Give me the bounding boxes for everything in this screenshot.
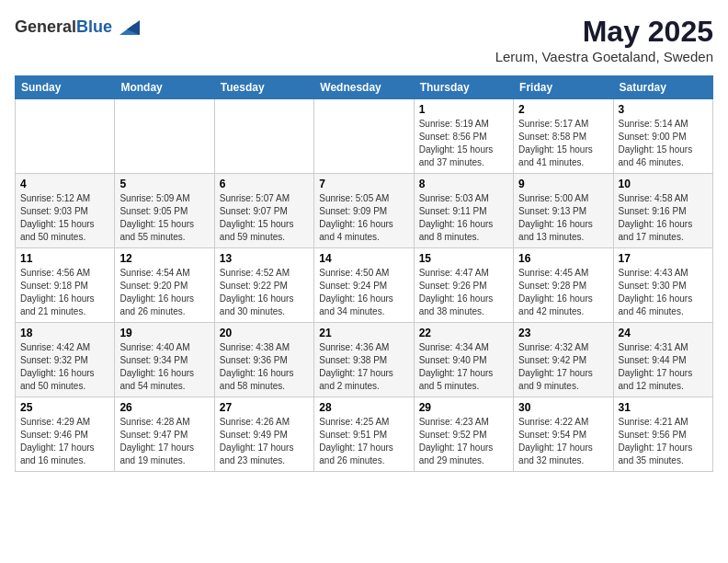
day-info: Sunrise: 4:22 AM Sunset: 9:54 PM Dayligh… <box>518 416 608 467</box>
calendar-day-3: 3Sunrise: 5:14 AM Sunset: 9:00 PM Daylig… <box>613 99 712 174</box>
day-number: 10 <box>619 178 708 190</box>
calendar-empty-cell <box>115 99 214 174</box>
day-number: 9 <box>518 178 608 190</box>
calendar-day-12: 12Sunrise: 4:54 AM Sunset: 9:20 PM Dayli… <box>115 248 214 323</box>
day-info: Sunrise: 4:40 AM Sunset: 9:34 PM Dayligh… <box>119 341 209 393</box>
calendar-day-6: 6Sunrise: 5:07 AM Sunset: 9:07 PM Daylig… <box>214 174 313 248</box>
calendar-empty-cell <box>314 99 414 174</box>
day-number: 1 <box>419 103 508 116</box>
calendar-day-9: 9Sunrise: 5:00 AM Sunset: 9:13 PM Daylig… <box>514 174 613 248</box>
day-info: Sunrise: 4:23 AM Sunset: 9:52 PM Dayligh… <box>419 416 508 467</box>
day-number: 14 <box>319 252 408 265</box>
calendar-day-31: 31Sunrise: 4:21 AM Sunset: 9:56 PM Dayli… <box>613 397 712 472</box>
day-number: 22 <box>419 327 508 339</box>
logo: GeneralBlue <box>15 15 140 40</box>
calendar-day-24: 24Sunrise: 4:31 AM Sunset: 9:44 PM Dayli… <box>613 323 712 397</box>
day-info: Sunrise: 4:31 AM Sunset: 9:44 PM Dayligh… <box>619 341 708 393</box>
weekday-header-thursday: Thursday <box>414 76 513 99</box>
day-number: 12 <box>119 252 209 265</box>
day-info: Sunrise: 4:52 AM Sunset: 9:22 PM Dayligh… <box>220 267 309 318</box>
day-number: 6 <box>220 178 309 190</box>
calendar-day-13: 13Sunrise: 4:52 AM Sunset: 9:22 PM Dayli… <box>214 248 313 323</box>
day-info: Sunrise: 5:14 AM Sunset: 9:00 PM Dayligh… <box>619 118 708 169</box>
logo-general: General <box>15 17 76 36</box>
day-info: Sunrise: 4:50 AM Sunset: 9:24 PM Dayligh… <box>319 267 408 318</box>
day-number: 4 <box>20 178 109 190</box>
weekday-header-sunday: Sunday <box>16 76 115 99</box>
calendar-day-14: 14Sunrise: 4:50 AM Sunset: 9:24 PM Dayli… <box>314 248 414 323</box>
day-info: Sunrise: 5:03 AM Sunset: 9:11 PM Dayligh… <box>419 192 508 244</box>
day-info: Sunrise: 4:54 AM Sunset: 9:20 PM Dayligh… <box>119 267 209 318</box>
logo-blue: Blue <box>76 17 112 36</box>
day-number: 27 <box>220 401 309 414</box>
weekday-header-friday: Friday <box>514 76 613 99</box>
day-info: Sunrise: 5:05 AM Sunset: 9:09 PM Dayligh… <box>319 192 408 244</box>
page-header: GeneralBlue May 2025 Lerum, Vaestra Goet… <box>15 15 713 64</box>
day-number: 3 <box>619 103 708 116</box>
day-number: 28 <box>319 401 408 414</box>
calendar-day-16: 16Sunrise: 4:45 AM Sunset: 9:28 PM Dayli… <box>514 248 613 323</box>
calendar-day-22: 22Sunrise: 4:34 AM Sunset: 9:40 PM Dayli… <box>414 323 513 397</box>
day-info: Sunrise: 4:36 AM Sunset: 9:38 PM Dayligh… <box>319 341 408 393</box>
calendar-day-30: 30Sunrise: 4:22 AM Sunset: 9:54 PM Dayli… <box>514 397 613 472</box>
day-number: 5 <box>119 178 209 190</box>
day-number: 8 <box>419 178 508 190</box>
calendar-day-2: 2Sunrise: 5:17 AM Sunset: 8:58 PM Daylig… <box>514 99 613 174</box>
calendar-week-row: 4Sunrise: 5:12 AM Sunset: 9:03 PM Daylig… <box>16 174 713 248</box>
day-number: 26 <box>119 401 209 414</box>
day-number: 20 <box>220 327 309 339</box>
calendar-day-5: 5Sunrise: 5:09 AM Sunset: 9:05 PM Daylig… <box>115 174 214 248</box>
day-info: Sunrise: 4:42 AM Sunset: 9:32 PM Dayligh… <box>20 341 109 393</box>
day-number: 19 <box>119 327 209 339</box>
day-number: 21 <box>319 327 408 339</box>
day-info: Sunrise: 4:58 AM Sunset: 9:16 PM Dayligh… <box>619 192 708 244</box>
calendar-day-27: 27Sunrise: 4:26 AM Sunset: 9:49 PM Dayli… <box>214 397 313 472</box>
day-number: 25 <box>20 401 109 414</box>
day-info: Sunrise: 4:45 AM Sunset: 9:28 PM Dayligh… <box>518 267 608 318</box>
weekday-header-row: SundayMondayTuesdayWednesdayThursdayFrid… <box>16 76 713 99</box>
weekday-header-tuesday: Tuesday <box>214 76 313 99</box>
calendar-day-28: 28Sunrise: 4:25 AM Sunset: 9:51 PM Dayli… <box>314 397 414 472</box>
day-number: 17 <box>619 252 708 265</box>
calendar-day-25: 25Sunrise: 4:29 AM Sunset: 9:46 PM Dayli… <box>16 397 115 472</box>
title-area: May 2025 Lerum, Vaestra Goetaland, Swede… <box>495 15 713 64</box>
day-info: Sunrise: 5:19 AM Sunset: 8:56 PM Dayligh… <box>419 118 508 169</box>
day-info: Sunrise: 5:12 AM Sunset: 9:03 PM Dayligh… <box>20 192 109 244</box>
calendar-week-row: 11Sunrise: 4:56 AM Sunset: 9:18 PM Dayli… <box>16 248 713 323</box>
calendar-empty-cell <box>16 99 115 174</box>
day-info: Sunrise: 4:56 AM Sunset: 9:18 PM Dayligh… <box>20 267 109 318</box>
day-info: Sunrise: 4:21 AM Sunset: 9:56 PM Dayligh… <box>619 416 708 467</box>
calendar-day-23: 23Sunrise: 4:32 AM Sunset: 9:42 PM Dayli… <box>514 323 613 397</box>
day-number: 13 <box>220 252 309 265</box>
day-info: Sunrise: 4:43 AM Sunset: 9:30 PM Dayligh… <box>619 267 708 318</box>
calendar-day-8: 8Sunrise: 5:03 AM Sunset: 9:11 PM Daylig… <box>414 174 513 248</box>
calendar-table: SundayMondayTuesdayWednesdayThursdayFrid… <box>15 75 713 472</box>
calendar-day-26: 26Sunrise: 4:28 AM Sunset: 9:47 PM Dayli… <box>115 397 214 472</box>
day-number: 23 <box>518 327 608 339</box>
day-info: Sunrise: 5:07 AM Sunset: 9:07 PM Dayligh… <box>220 192 309 244</box>
day-info: Sunrise: 4:47 AM Sunset: 9:26 PM Dayligh… <box>419 267 508 318</box>
day-number: 18 <box>20 327 109 339</box>
day-info: Sunrise: 4:38 AM Sunset: 9:36 PM Dayligh… <box>220 341 309 393</box>
day-number: 30 <box>518 401 608 414</box>
calendar-week-row: 18Sunrise: 4:42 AM Sunset: 9:32 PM Dayli… <box>16 323 713 397</box>
calendar-day-19: 19Sunrise: 4:40 AM Sunset: 9:34 PM Dayli… <box>115 323 214 397</box>
day-info: Sunrise: 4:32 AM Sunset: 9:42 PM Dayligh… <box>518 341 608 393</box>
calendar-day-18: 18Sunrise: 4:42 AM Sunset: 9:32 PM Dayli… <box>16 323 115 397</box>
day-number: 11 <box>20 252 109 265</box>
day-info: Sunrise: 5:17 AM Sunset: 8:58 PM Dayligh… <box>518 118 608 169</box>
calendar-day-29: 29Sunrise: 4:23 AM Sunset: 9:52 PM Dayli… <box>414 397 513 472</box>
calendar-day-17: 17Sunrise: 4:43 AM Sunset: 9:30 PM Dayli… <box>613 248 712 323</box>
day-info: Sunrise: 4:34 AM Sunset: 9:40 PM Dayligh… <box>419 341 508 393</box>
calendar-week-row: 25Sunrise: 4:29 AM Sunset: 9:46 PM Dayli… <box>16 397 713 472</box>
main-title: May 2025 <box>495 15 713 49</box>
day-info: Sunrise: 4:26 AM Sunset: 9:49 PM Dayligh… <box>220 416 309 467</box>
calendar-day-10: 10Sunrise: 4:58 AM Sunset: 9:16 PM Dayli… <box>613 174 712 248</box>
calendar-day-1: 1Sunrise: 5:19 AM Sunset: 8:56 PM Daylig… <box>414 99 513 174</box>
subtitle: Lerum, Vaestra Goetaland, Sweden <box>495 49 713 64</box>
weekday-header-saturday: Saturday <box>613 76 712 99</box>
day-number: 7 <box>319 178 408 190</box>
weekday-header-monday: Monday <box>115 76 214 99</box>
day-number: 15 <box>419 252 508 265</box>
day-info: Sunrise: 4:25 AM Sunset: 9:51 PM Dayligh… <box>319 416 408 467</box>
